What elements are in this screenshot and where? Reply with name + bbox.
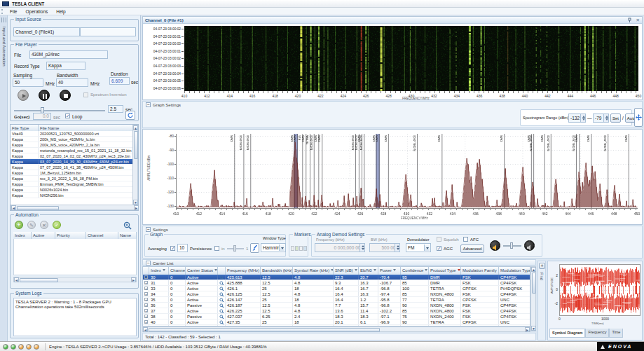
file-list-row[interactable]: Kappamotorola_resampled_rec_15_01_2021_1… <box>11 148 134 153</box>
averaging-checkbox[interactable]: ✓ <box>170 246 175 251</box>
settings-collapse-icon[interactable]: − <box>146 227 151 232</box>
play-button[interactable] <box>18 90 29 101</box>
range-max-field[interactable]: -79 <box>593 113 609 123</box>
tab-time[interactable]: Time <box>609 329 623 338</box>
afc-checkbox[interactable] <box>463 237 468 242</box>
carrier-column-header[interactable] <box>218 267 226 275</box>
audio-mute-button[interactable] <box>524 240 535 251</box>
file-list-row[interactable]: Kappa200k_MS_voice_410MHz_lc.bin <box>11 137 134 142</box>
persistence-checkbox[interactable] <box>214 246 219 251</box>
range-max-spinner[interactable] <box>603 114 608 122</box>
zoom-to-carrier-icon[interactable] <box>219 320 224 324</box>
filter-icon[interactable] <box>355 269 357 271</box>
carrier-row[interactable]: +380Passive427.0376.252.418.318.3-97.175… <box>143 314 530 319</box>
file-list-row[interactable]: Kapparec_3_20_2022_1_56_38_PM.bin <box>11 176 134 181</box>
advanced-button[interactable]: Advanced <box>460 245 484 253</box>
automation-column-header[interactable]: Active <box>32 232 55 239</box>
filter-icon[interactable] <box>458 269 460 271</box>
carrier-column-header[interactable]: Bandwidth (kHz) <box>261 267 293 275</box>
file-list-row[interactable]: KappaEmmas_PMR_TestSignal_5MBW.bin <box>11 181 134 187</box>
file-list-row[interactable]: Kappa200k_MS_voice_420MHz_2_la.bin <box>11 142 134 148</box>
audio-on-button[interactable] <box>490 240 500 251</box>
file-list-row[interactable]: Vita4920200521_120752_500000000.vrt <box>11 131 134 137</box>
file-field[interactable]: 430M_p24rec <box>29 50 108 59</box>
volume-slider-thumb[interactable] <box>510 242 513 249</box>
squelch-checkbox[interactable] <box>437 237 441 242</box>
carrier-column-header[interactable]: Protocol Type <box>429 267 461 275</box>
record-type-field[interactable]: Kappa <box>46 62 85 70</box>
persistence-slider-thumb[interactable] <box>233 245 236 252</box>
carrier-column-header[interactable]: Frequency (MHz) <box>226 267 261 275</box>
go-field[interactable]: 0.0 <box>33 113 51 120</box>
file-list-row[interactable]: Kappa03_07_2020_14_39_30_430MHz_430M_p24… <box>11 159 134 165</box>
pause-button[interactable] <box>39 90 50 101</box>
demodulator-combo[interactable]: FM <box>406 243 431 252</box>
apply-automation-button[interactable]: ✓ <box>53 221 61 229</box>
demod-bw-field[interactable]: 500 000 <box>369 243 400 252</box>
spectrum-plot[interactable] <box>176 134 638 209</box>
carrier-column-header[interactable]: Channel <box>169 267 186 275</box>
position-value-field[interactable]: 2.5 <box>108 105 123 113</box>
automation-column-header[interactable]: Priority <box>55 232 86 239</box>
carrier-column-header[interactable]: Power <box>378 267 401 275</box>
zoom-to-carrier-icon[interactable] <box>219 281 224 285</box>
carrier-row[interactable]: +370Active426.22512.54.813.611.4-102.285… <box>143 308 530 314</box>
range-set-button[interactable]: Set <box>610 113 621 123</box>
carrier-column-header[interactable]: Symbol Rate (kHz) <box>293 267 334 275</box>
file-list-row[interactable]: Kappa02_07_2020_14_02_02_430MHz_p24_rec3… <box>11 153 134 159</box>
row-expander-icon[interactable]: + <box>144 309 148 312</box>
carrier-column-header[interactable]: Carrier Status <box>186 267 218 275</box>
menu-operations[interactable]: Operations <box>21 8 52 15</box>
carrier-column-header[interactable]: Eb/N0 <box>359 267 378 275</box>
panel-grip-icon[interactable] <box>1 18 6 22</box>
clear-persistence-button[interactable] <box>250 243 259 253</box>
row-expander-icon[interactable]: + <box>144 287 148 290</box>
channel-select-extra[interactable] <box>80 27 136 36</box>
row-expander-icon[interactable]: + <box>144 303 148 307</box>
range-min-spinner[interactable] <box>580 114 585 122</box>
carrier-table-hscrollbar[interactable]: ◄ ► <box>142 326 530 332</box>
row-expander-icon[interactable]: + <box>144 275 148 279</box>
carrier-table-vscrollbar[interactable]: ▲ ▼ <box>530 266 536 331</box>
carrier-column-header[interactable] <box>143 267 149 275</box>
volume-slider[interactable] <box>503 242 521 249</box>
zoom-to-carrier-icon[interactable] <box>219 292 224 296</box>
row-expander-icon[interactable]: + <box>144 281 148 284</box>
reload-button[interactable] <box>125 111 135 120</box>
demod-frequency-spinner[interactable] <box>359 244 364 252</box>
demod-frequency-field[interactable]: 0 000,000 000 <box>315 243 365 252</box>
zoom-to-carrier-icon[interactable] <box>219 309 224 313</box>
window-type-combo[interactable]: Hamming <box>261 243 286 252</box>
file-list-row[interactable]: KappaNXDN256.bin <box>11 193 134 198</box>
zoom-to-carrier-icon[interactable] <box>219 298 224 302</box>
persistence-slider[interactable] <box>227 245 244 252</box>
marker-tool-3[interactable] <box>299 246 303 251</box>
filter-icon[interactable] <box>214 269 217 271</box>
stop-button[interactable] <box>60 90 71 101</box>
window-type-dropdown-icon[interactable] <box>279 245 285 251</box>
carrier-row[interactable]: +300Active425.61312.54.822.320.7-70.495D… <box>143 275 530 280</box>
find-tab-label[interactable]: Find <box>540 273 544 280</box>
file-list-column-header[interactable]: File Name <box>39 125 134 131</box>
menu-help[interactable]: Help <box>52 8 69 15</box>
carrier-column-header[interactable]: SNR (dB) <box>334 267 359 275</box>
carrier-column-header[interactable]: Modulation Type <box>499 267 530 275</box>
carrier-row[interactable]: +330Active426.1251816.416.7-96.8100TETRA… <box>143 286 530 291</box>
file-list-column-header[interactable]: File Type <box>11 125 39 131</box>
range-min-field[interactable]: -132 <box>568 113 586 123</box>
automation-search-button[interactable] <box>123 221 132 230</box>
carrier-row[interactable]: +400Active427.35251820.16.1-96.990TETRAC… <box>143 319 530 325</box>
edit-automation-button[interactable]: ✎ <box>27 221 36 229</box>
filter-icon[interactable] <box>425 269 427 271</box>
tab-frequency[interactable]: Frequency <box>585 329 609 338</box>
averaging-field[interactable]: 10 <box>177 244 188 252</box>
automation-column-header[interactable]: Index <box>13 232 32 239</box>
carrier-column-header[interactable]: Confidence <box>401 267 429 275</box>
automation-column-header[interactable]: Name <box>118 232 137 239</box>
position-slider[interactable] <box>14 107 105 114</box>
row-expander-icon[interactable]: + <box>144 320 148 324</box>
filter-icon[interactable] <box>393 269 396 271</box>
row-expander-icon[interactable]: + <box>144 292 148 296</box>
spectrum-inversion-checkbox[interactable] <box>83 92 88 97</box>
carrier-column-header[interactable]: Index <box>149 267 169 275</box>
